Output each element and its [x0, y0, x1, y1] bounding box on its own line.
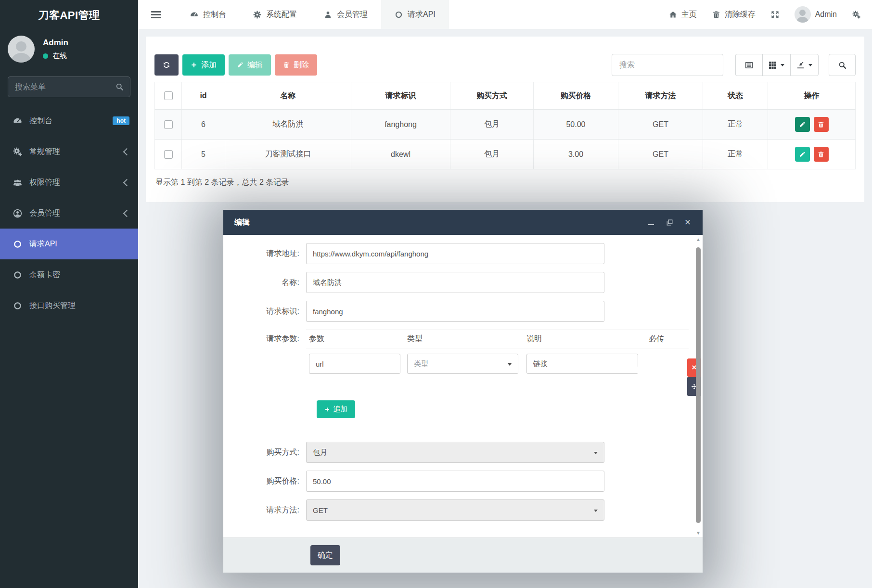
home-link[interactable]: 主页: [669, 10, 697, 20]
row-delete-button[interactable]: [814, 147, 829, 162]
params-label: 请求参数:: [235, 330, 306, 374]
cell-buy-type: 包月: [450, 110, 534, 139]
param-header-required: 必传: [649, 334, 689, 344]
tab-label: 控制台: [203, 10, 226, 20]
name-label: 名称:: [235, 272, 306, 293]
app-title: 刀客API管理: [0, 0, 138, 31]
fullscreen-button[interactable]: [771, 11, 779, 19]
table-row[interactable]: 6 域名防洪 fanghong 包月 50.00 GET 正常: [154, 110, 856, 140]
sidebar-item-api-purchase[interactable]: 接口购买管理: [0, 290, 138, 321]
sidebar-search-input[interactable]: [8, 77, 130, 97]
columns-button[interactable]: [762, 54, 790, 76]
delete-button[interactable]: 删除: [275, 54, 317, 76]
hot-badge: hot: [113, 116, 129, 125]
tab-members[interactable]: 会员管理: [310, 0, 381, 29]
modal-header[interactable]: 编辑: [223, 210, 703, 235]
cell-name: 域名防洪: [225, 110, 351, 139]
buy-type-select[interactable]: 包月: [306, 442, 604, 463]
modal-scrollbar[interactable]: [694, 237, 702, 536]
append-param-button[interactable]: 追加: [317, 400, 355, 418]
column-header-slug: 请求标识: [351, 82, 450, 109]
column-header-actions: 操作: [768, 82, 856, 109]
sidebar-item-permissions[interactable]: 权限管理: [0, 167, 138, 198]
buy-type-label: 购买方式:: [235, 442, 306, 463]
tab-label: 请求API: [408, 10, 436, 20]
modal-footer: 确定: [223, 537, 703, 573]
param-desc-input[interactable]: [526, 354, 638, 374]
users-icon: [13, 178, 22, 187]
row-edit-button[interactable]: [795, 117, 810, 132]
edit-modal: 编辑 请求地址: 名称: 请求标识:: [223, 210, 703, 573]
param-row: 类型: [306, 354, 689, 374]
clear-cache-link[interactable]: 清除缓存: [712, 10, 756, 20]
maximize-icon[interactable]: [666, 218, 673, 226]
sidebar-search: [8, 77, 130, 97]
detail-view-button[interactable]: [735, 54, 762, 76]
request-url-input[interactable]: [306, 243, 604, 264]
toggle-search-button[interactable]: [829, 54, 856, 76]
row-edit-button[interactable]: [795, 147, 810, 162]
cell-price: 50.00: [534, 110, 618, 139]
form-row-price: 购买价格:: [235, 471, 703, 492]
close-icon[interactable]: [684, 218, 692, 226]
cell-id: 5: [182, 140, 225, 169]
cogs-icon: [852, 11, 860, 19]
param-name-input[interactable]: [309, 354, 400, 374]
scroll-down-icon[interactable]: [694, 530, 702, 536]
price-input[interactable]: [306, 471, 604, 492]
row-checkbox[interactable]: [164, 120, 173, 129]
settings-button[interactable]: [852, 11, 860, 19]
sidebar-menu: 控制台 hot 常规管理 权限管理 会员管理 请求API: [0, 105, 138, 321]
tab-dashboard[interactable]: 控制台: [177, 0, 240, 29]
tab-request-api[interactable]: 请求API: [381, 0, 449, 29]
sidebar-user-panel: Admin 在线: [0, 31, 138, 69]
circle-icon: [13, 270, 22, 280]
table-search-input[interactable]: [612, 54, 723, 76]
row-delete-button[interactable]: [814, 117, 829, 132]
search-icon: [115, 83, 124, 91]
param-type-select[interactable]: 类型: [407, 354, 518, 374]
row-checkbox[interactable]: [164, 150, 173, 159]
cell-slug: fanghong: [351, 110, 450, 139]
scroll-up-icon[interactable]: [694, 237, 702, 242]
sidebar-item-general[interactable]: 常规管理: [0, 136, 138, 167]
sidebar-item-label: 接口购买管理: [29, 301, 76, 311]
form-row-params: 请求参数: 参数 类型 说明 必传 类型: [235, 330, 703, 374]
trash-icon: [712, 11, 720, 19]
avatar: [795, 6, 811, 23]
tab-system-config[interactable]: 系统配置: [240, 0, 310, 29]
pencil-icon: [799, 121, 806, 128]
gauge-icon: [13, 116, 22, 126]
export-button[interactable]: [790, 54, 819, 76]
table-row[interactable]: 5 刀客测试接口 dkewl 包月 3.00 GET 正常: [154, 140, 856, 169]
chevron-left-icon: [123, 179, 131, 186]
cell-method: GET: [618, 140, 703, 169]
minimize-icon[interactable]: [647, 218, 655, 226]
table-card: 添加 编辑 删除: [146, 37, 864, 202]
edit-button[interactable]: 编辑: [229, 54, 271, 76]
sidebar-item-dashboard[interactable]: 控制台 hot: [0, 105, 138, 136]
sidebar-item-balance-cards[interactable]: 余额卡密: [0, 259, 138, 290]
column-header-status: 状态: [703, 82, 768, 109]
sidebar-item-label: 会员管理: [29, 208, 60, 218]
name-input[interactable]: [306, 272, 604, 293]
sidebar-item-request-api[interactable]: 请求API: [0, 229, 138, 259]
refresh-button[interactable]: [154, 54, 179, 76]
home-icon: [669, 11, 677, 19]
caret-down-icon: [594, 510, 598, 512]
form-row-request-url: 请求地址:: [235, 243, 703, 264]
slug-input[interactable]: [306, 301, 604, 322]
user-menu[interactable]: Admin: [795, 6, 837, 23]
trash-icon: [283, 62, 290, 68]
confirm-button[interactable]: 确定: [310, 545, 340, 565]
add-button[interactable]: 添加: [182, 54, 225, 76]
table-toolbar: 添加 编辑 删除: [154, 37, 856, 76]
topbar: 控制台 系统配置 会员管理 请求API 主页 清除缓存: [138, 0, 872, 29]
hamburger-menu-icon[interactable]: [151, 0, 161, 29]
page: 刀客API管理 Admin 在线 控制台 hot 常规管理: [0, 0, 872, 588]
sidebar-item-members[interactable]: 会员管理: [0, 198, 138, 229]
column-header-id: id: [182, 82, 225, 109]
select-all-checkbox[interactable]: [164, 91, 173, 100]
scrollbar-thumb[interactable]: [696, 247, 701, 523]
method-select[interactable]: GET: [306, 499, 604, 521]
